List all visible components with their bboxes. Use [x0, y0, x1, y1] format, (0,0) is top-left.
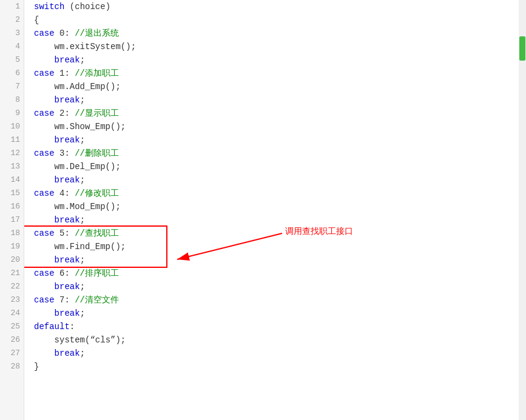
- line-number: 25: [0, 320, 20, 333]
- code-line: }: [34, 360, 519, 373]
- line-number: 13: [0, 160, 20, 173]
- line-number: 21: [0, 267, 20, 280]
- line-number: 28: [0, 360, 20, 373]
- line-number: 16: [0, 200, 20, 213]
- code-line: break;: [34, 53, 519, 67]
- line-number: 4: [0, 40, 20, 53]
- code-line: wm.Del_Emp();: [34, 160, 519, 173]
- line-number: 24: [0, 307, 20, 320]
- code-line: case 7: //清空文件: [34, 293, 519, 307]
- code-line: case 5: //查找职工: [34, 227, 519, 240]
- code-line: break;: [34, 93, 519, 107]
- line-number: 5: [0, 53, 20, 67]
- code-area[interactable]: switch (choice){case 0: //退出系统 wm.exitSy…: [24, 0, 519, 420]
- line-number: 9: [0, 107, 20, 120]
- code-line: wm.Mod_Emp();: [34, 200, 519, 213]
- line-number: 27: [0, 347, 20, 360]
- code-line: wm.Show_Emp();: [34, 120, 519, 133]
- line-number: 19: [0, 240, 20, 253]
- line-number: 14: [0, 173, 20, 187]
- line-number: 10: [0, 120, 20, 133]
- code-line: switch (choice): [34, 0, 519, 13]
- code-line: case 1: //添加职工: [34, 67, 519, 80]
- line-number: 26: [0, 333, 20, 347]
- code-line: break;: [34, 253, 519, 267]
- code-line: wm.exitSystem();: [34, 40, 519, 53]
- scrollbar[interactable]: [519, 0, 526, 420]
- code-line: case 4: //修改职工: [34, 187, 519, 200]
- code-line: default:: [34, 320, 519, 333]
- line-number: 17: [0, 213, 20, 227]
- code-line: break;: [34, 280, 519, 293]
- line-number: 11: [0, 133, 20, 147]
- line-number: 18: [0, 227, 20, 240]
- code-line: break;: [34, 307, 519, 320]
- code-line: case 0: //退出系统: [34, 27, 519, 40]
- scrollbar-thumb[interactable]: [519, 36, 525, 61]
- code-line: wm.Find_Emp();: [34, 240, 519, 253]
- line-number: 15: [0, 187, 20, 200]
- code-line: {: [34, 13, 519, 27]
- code-line: break;: [34, 213, 519, 227]
- code-line: wm.Add_Emp();: [34, 80, 519, 93]
- line-number: 6: [0, 67, 20, 80]
- line-number: 22: [0, 280, 20, 293]
- editor-container: 1234567891011121314151617181920212223242…: [0, 0, 526, 420]
- line-number: 20: [0, 253, 20, 267]
- line-number: 23: [0, 293, 20, 307]
- code-line: case 3: //删除职工: [34, 147, 519, 160]
- code-line: case 2: //显示职工: [34, 107, 519, 120]
- line-numbers: 1234567891011121314151617181920212223242…: [0, 0, 24, 420]
- code-line: system(“cls”);: [34, 333, 519, 347]
- line-number: 12: [0, 147, 20, 160]
- code-line: break;: [34, 173, 519, 187]
- line-number: 2: [0, 13, 20, 27]
- code-line: break;: [34, 347, 519, 360]
- line-number: 8: [0, 93, 20, 107]
- code-line: case 6: //排序职工: [34, 267, 519, 280]
- code-line: break;: [34, 133, 519, 147]
- line-number: 1: [0, 0, 20, 13]
- line-number: 7: [0, 80, 20, 93]
- line-number: 3: [0, 27, 20, 40]
